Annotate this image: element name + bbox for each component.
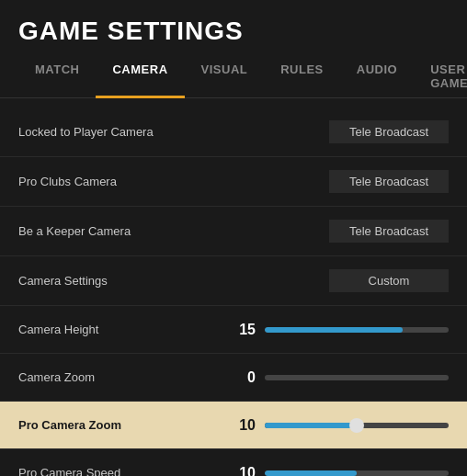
tab-visual[interactable]: VISUAL: [185, 55, 265, 97]
setting-value-be-a-keeper-camera[interactable]: Tele Broadcast: [329, 220, 449, 243]
setting-value-camera-settings[interactable]: Custom: [329, 269, 449, 292]
page-title: GAME SETTINGS: [0, 0, 467, 55]
setting-row-pro-camera-speed: Pro Camera Speed10: [0, 449, 467, 476]
slider-container-camera-height: 15: [235, 322, 449, 338]
slider-track-pro-camera-zoom[interactable]: [265, 423, 449, 428]
tab-user-game[interactable]: USER GAME: [414, 55, 467, 97]
setting-label-camera-height: Camera Height: [18, 323, 98, 336]
setting-value-pro-clubs-camera[interactable]: Tele Broadcast: [329, 170, 449, 193]
setting-label-pro-clubs-camera: Pro Clubs Camera: [18, 175, 117, 188]
slider-track-camera-height[interactable]: [265, 327, 449, 333]
slider-fill-pro-camera-zoom: [265, 423, 357, 428]
slider-container-camera-zoom: 0: [235, 369, 449, 386]
setting-row-pro-camera-zoom: Pro Camera Zoom10: [0, 402, 467, 449]
slider-container-pro-camera-zoom: 10: [235, 417, 449, 434]
setting-row-pro-clubs-camera: Pro Clubs CameraTele Broadcast: [0, 157, 467, 207]
tab-camera[interactable]: CAMERA: [96, 55, 184, 97]
slider-track-pro-camera-speed[interactable]: [265, 470, 449, 476]
setting-label-pro-camera-zoom: Pro Camera Zoom: [18, 418, 121, 432]
setting-value-locked-to-player-camera[interactable]: Tele Broadcast: [329, 120, 449, 143]
slider-track-camera-zoom[interactable]: [265, 375, 449, 380]
slider-container-pro-camera-speed: 10: [235, 465, 449, 477]
setting-label-camera-settings: Camera Settings: [18, 274, 108, 288]
slider-thumb-pro-camera-zoom[interactable]: [349, 418, 364, 433]
tab-bar: MATCHCAMERAVISUALRULESAUDIOUSER GAME: [0, 55, 467, 98]
slider-number-pro-camera-zoom: 10: [235, 417, 256, 434]
slider-fill-pro-camera-speed: [265, 470, 357, 476]
setting-row-be-a-keeper-camera: Be a Keeper CameraTele Broadcast: [0, 207, 467, 256]
setting-row-camera-height: Camera Height15: [0, 306, 467, 354]
slider-fill-camera-height: [265, 327, 403, 333]
settings-list: Locked to Player CameraTele BroadcastPro…: [0, 108, 467, 476]
setting-label-camera-zoom: Camera Zoom: [18, 370, 95, 384]
setting-label-be-a-keeper-camera: Be a Keeper Camera: [18, 224, 131, 238]
slider-number-camera-zoom: 0: [235, 369, 256, 386]
setting-label-locked-to-player-camera: Locked to Player Camera: [18, 125, 154, 139]
slider-number-camera-height: 15: [235, 322, 256, 338]
setting-label-pro-camera-speed: Pro Camera Speed: [18, 466, 120, 476]
tab-rules[interactable]: RULES: [264, 55, 340, 97]
tab-audio[interactable]: AUDIO: [340, 55, 414, 97]
tab-match[interactable]: MATCH: [18, 55, 96, 97]
setting-row-camera-zoom: Camera Zoom0: [0, 354, 467, 402]
setting-row-locked-to-player-camera: Locked to Player CameraTele Broadcast: [0, 108, 467, 157]
setting-row-camera-settings: Camera SettingsCustom: [0, 256, 467, 306]
slider-number-pro-camera-speed: 10: [235, 465, 256, 477]
